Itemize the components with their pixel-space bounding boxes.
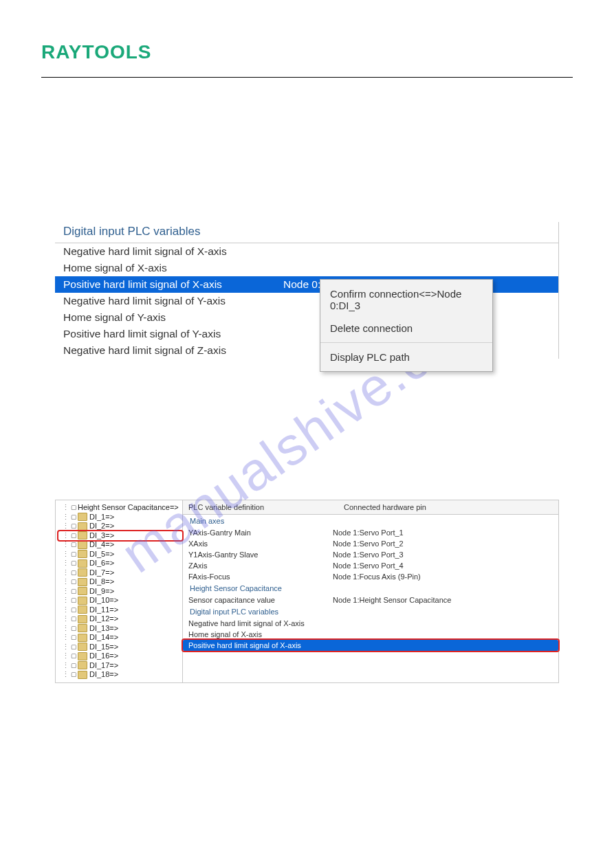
table-row[interactable]: Sensor capacitance valueNode 1:Height Se… xyxy=(183,594,558,605)
tree-node-label: DI_3=> xyxy=(89,531,114,541)
logo-part1: RAY xyxy=(41,41,83,63)
tree-node-label: DI_6=> xyxy=(89,559,114,568)
tree-node-label: DI_4=> xyxy=(89,540,114,550)
tree-node[interactable]: ⋮▢DI_2=> xyxy=(58,522,182,531)
cell-pin: Node 1:Height Sensor Capacitance xyxy=(333,596,553,604)
cell-variable: Y1Axis-Gantry Slave xyxy=(188,550,333,559)
tree-node-label: DI_1=> xyxy=(89,513,114,522)
tree-node[interactable]: ⋮▢DI_9=> xyxy=(58,587,182,597)
cell-pin xyxy=(333,641,553,649)
cell-pin xyxy=(333,619,553,627)
table-row[interactable]: Y1Axis-Gantry SlaveNode 1:Servo Port_3 xyxy=(183,549,558,560)
tree-node[interactable]: ⋮▢DI_4=> xyxy=(58,540,182,550)
row-label: Positive hard limit signal of X-axis xyxy=(63,278,283,291)
tree-node-label: DI_11=> xyxy=(89,605,118,615)
brand-logo: RAYTOOLS xyxy=(41,41,573,63)
tree-node-label: DI_16=> xyxy=(89,652,118,661)
row-label: Home signal of X-axis xyxy=(63,262,283,274)
table-row[interactable]: YAxis-Gantry MainNode 1:Servo Port_1 xyxy=(183,527,558,538)
plc-config-window: ⋮▢ Height Sensor Capacitance=> ⋮▢DI_1=>⋮… xyxy=(55,500,559,683)
tree-node-label: DI_5=> xyxy=(89,550,114,559)
context-menu: Confirm connection<=>Node 0:DI_3 Delete … xyxy=(320,279,493,372)
tree-node-label: DI_7=> xyxy=(89,568,114,578)
table-section-title: Main axes xyxy=(183,515,558,527)
tree-node[interactable]: ⋮▢DI_11=> xyxy=(58,605,182,615)
tree-node-label: DI_15=> xyxy=(89,643,118,652)
tree-node-label: DI_17=> xyxy=(89,661,118,671)
table-section-title: Height Sensor Capacitance xyxy=(183,582,558,594)
table-row[interactable]: Positive hard limit signal of X-axis xyxy=(183,640,558,651)
menu-delete-connection[interactable]: Delete connection xyxy=(320,317,492,340)
tree-node[interactable]: ⋮▢DI_14=> xyxy=(58,633,182,643)
header-divider xyxy=(41,77,573,78)
cell-variable: Negative hard limit signal of X-axis xyxy=(188,619,333,627)
tree-node-label: DI_10=> xyxy=(89,596,118,605)
tree-node[interactable]: ⋮▢DI_17=> xyxy=(58,661,182,671)
cell-pin: Node 1:Servo Port_2 xyxy=(333,539,553,548)
plc-variable-row[interactable]: Home signal of X-axis xyxy=(55,260,558,276)
tree-node[interactable]: ⋮▢DI_12=> xyxy=(58,614,182,624)
tree-node[interactable]: ⋮▢DI_5=> xyxy=(58,550,182,559)
tree-node-label: DI_18=> xyxy=(89,670,118,680)
table-section-title: Digital input PLC variables xyxy=(183,605,558,618)
hardware-tree: ⋮▢ Height Sensor Capacitance=> ⋮▢DI_1=>⋮… xyxy=(56,500,183,682)
col-hardware-pin: Connected hardware pin xyxy=(338,500,558,514)
tree-node-label: DI_8=> xyxy=(89,577,114,587)
table-row[interactable]: XAxisNode 1:Servo Port_2 xyxy=(183,538,558,549)
row-label: Negative hard limit signal of X-axis xyxy=(63,245,283,258)
tree-node[interactable]: ⋮▢DI_13=> xyxy=(58,624,182,634)
table-header: PLC variable definition Connected hardwa… xyxy=(183,500,558,515)
cell-variable: Home signal of X-axis xyxy=(188,630,333,638)
table-row[interactable]: Negative hard limit signal of X-axis xyxy=(183,618,558,629)
tree-node-label: DI_9=> xyxy=(89,587,114,597)
cell-variable: ZAxis xyxy=(188,561,333,570)
tree-node[interactable]: ⋮▢DI_8=> xyxy=(58,577,182,587)
table-row[interactable]: ZAxisNode 1:Servo Port_4 xyxy=(183,560,558,571)
row-label: Home signal of Y-axis xyxy=(63,311,283,324)
tree-node[interactable]: ⋮▢DI_18=> xyxy=(58,670,182,680)
row-label: Positive hard limit signal of Y-axis xyxy=(63,328,283,340)
menu-display-plc-path[interactable]: Display PLC path xyxy=(320,346,492,368)
tree-node[interactable]: ⋮▢DI_1=> xyxy=(58,513,182,522)
menu-confirm-connection[interactable]: Confirm connection<=>Node 0:DI_3 xyxy=(320,282,492,317)
menu-separator xyxy=(320,342,492,343)
tree-node[interactable]: ⋮▢DI_10=> xyxy=(58,596,182,605)
cell-pin xyxy=(333,630,553,638)
table-row[interactable]: Home signal of X-axis xyxy=(183,629,558,640)
tree-node-label: DI_13=> xyxy=(89,624,118,634)
section-title: Digital input PLC variables xyxy=(55,222,558,243)
cell-variable: XAxis xyxy=(188,539,333,548)
tree-root[interactable]: ⋮▢ Height Sensor Capacitance=> xyxy=(58,503,182,513)
table-row[interactable]: FAxis-FocusNode 1:Focus Axis (9-Pin) xyxy=(183,571,558,582)
plc-table: PLC variable definition Connected hardwa… xyxy=(183,500,558,682)
tree-node[interactable]: ⋮▢DI_15=> xyxy=(58,643,182,652)
tree-node[interactable]: ⋮▢DI_6=> xyxy=(58,559,182,568)
cell-variable: YAxis-Gantry Main xyxy=(188,528,333,537)
cell-variable: Sensor capacitance value xyxy=(188,596,333,604)
row-label: Negative hard limit signal of Y-axis xyxy=(63,295,283,307)
logo-part2: TOOLS xyxy=(83,41,152,63)
cell-variable: Positive hard limit signal of X-axis xyxy=(188,641,333,649)
row-label: Negative hard limit signal of Z-axis xyxy=(63,344,283,357)
tree-node-label: DI_12=> xyxy=(89,614,118,624)
tree-node[interactable]: ⋮▢DI_3=> xyxy=(58,531,182,541)
tree-node[interactable]: ⋮▢DI_16=> xyxy=(58,652,182,661)
cell-pin: Node 1:Focus Axis (9-Pin) xyxy=(333,572,553,581)
col-plc-variable: PLC variable definition xyxy=(183,500,338,514)
tree-node-label: DI_14=> xyxy=(89,633,118,643)
tree-node[interactable]: ⋮▢DI_7=> xyxy=(58,568,182,578)
cell-pin: Node 1:Servo Port_3 xyxy=(333,550,553,559)
tree-node-label: DI_2=> xyxy=(89,522,114,531)
cell-pin: Node 1:Servo Port_4 xyxy=(333,561,553,570)
tree-root-label: Height Sensor Capacitance=> xyxy=(78,503,179,513)
cell-pin: Node 1:Servo Port_1 xyxy=(333,528,553,537)
plc-variables-panel: Digital input PLC variables Negative har… xyxy=(55,222,559,359)
cell-variable: FAxis-Focus xyxy=(188,572,333,581)
plc-variable-row[interactable]: Negative hard limit signal of X-axis xyxy=(55,243,558,260)
